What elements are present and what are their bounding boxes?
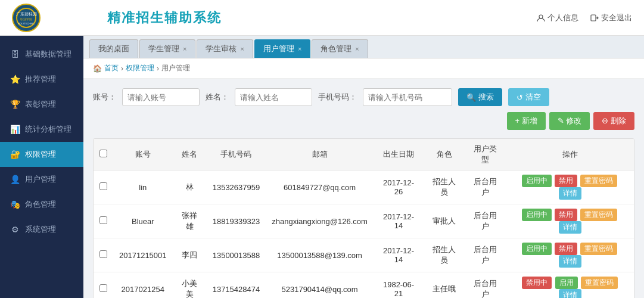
- main: 我的桌面 学生管理 × 学生审核 × 用户管理 × 角色管理 × 🏠 首页: [83, 36, 644, 298]
- tab-close-student[interactable]: ×: [183, 45, 186, 52]
- data-table: 账号 姓名 手机号码 邮箱 出生日期 角色 用户类型 操作 lin: [93, 138, 634, 298]
- enable-btn[interactable]: 启用: [555, 277, 578, 289]
- sidebar-item-commend[interactable]: 🏆 表彰管理: [0, 92, 83, 117]
- ban-btn[interactable]: 禁用: [555, 209, 577, 221]
- tab-student-manage[interactable]: 学生管理 ×: [139, 39, 195, 58]
- edit-button[interactable]: ✎ 修改: [549, 112, 590, 130]
- table-row: Bluear 张祥雄 18819339323 zhangxiangxiong@1…: [94, 204, 634, 238]
- cell-email: 13500013588@139.com: [266, 238, 374, 272]
- search-button[interactable]: 🔍 搜索: [458, 88, 502, 106]
- site-title: 精准招生辅助系统: [107, 9, 222, 27]
- sidebar-item-user[interactable]: 👤 用户管理: [0, 167, 83, 192]
- col-role: 角色: [424, 139, 465, 170]
- cell-birthday: 1982-06-21: [374, 272, 424, 299]
- gear-icon: ⚙: [10, 224, 20, 235]
- tab-close-user[interactable]: ×: [298, 45, 301, 52]
- detail-btn[interactable]: 详情: [559, 255, 581, 268]
- delete-button[interactable]: ⊖ 删除: [593, 112, 634, 130]
- header-right: 个人信息 安全退出: [537, 13, 632, 23]
- tab-dashboard[interactable]: 我的桌面: [89, 39, 138, 58]
- svg-text:职业学院: 职业学院: [20, 17, 32, 21]
- phone-label: 手机号码：: [318, 92, 357, 103]
- cell-account: lin: [113, 170, 173, 204]
- cell-birthday: 2017-12-26: [374, 170, 424, 204]
- svg-point-4: [539, 15, 543, 18]
- detail-btn[interactable]: 详情: [559, 187, 581, 200]
- tab-role-manage[interactable]: 角色管理 ×: [312, 39, 368, 58]
- reset-pwd-btn[interactable]: 重置密码: [580, 243, 617, 255]
- sidebar-item-system[interactable]: ⚙ 系统管理: [0, 217, 83, 242]
- name-input[interactable]: [235, 88, 312, 106]
- sidebar-item-role[interactable]: 🎭 角色管理: [0, 192, 83, 217]
- detail-btn[interactable]: 详情: [559, 289, 581, 298]
- cell-account: 20171215001: [113, 238, 173, 272]
- col-birthday: 出生日期: [374, 139, 424, 170]
- detail-btn[interactable]: 详情: [559, 221, 581, 234]
- clear-button[interactable]: ↺ 清空: [508, 88, 549, 106]
- sidebar-item-basic-data[interactable]: 🗄 基础数据管理: [0, 42, 83, 67]
- ban-btn[interactable]: 禁用: [555, 243, 577, 255]
- search-bar: 账号： 姓名： 手机号码： 🔍 搜索 ↺ 清空 + 新增 ✎ 修改 ⊖ 删除: [93, 88, 634, 130]
- select-all-checkbox[interactable]: [99, 150, 107, 157]
- col-email: 邮箱: [266, 139, 374, 170]
- clear-icon: ↺: [517, 93, 523, 102]
- cell-phone: 13500013588: [207, 238, 266, 272]
- cell-email: zhangxiangxiong@126.com: [266, 204, 374, 238]
- cell-role: 招生人员: [424, 238, 465, 272]
- sidebar-item-permission[interactable]: 🔐 权限管理: [0, 142, 83, 167]
- sidebar-item-recommend[interactable]: ⭐ 推荐管理: [0, 67, 83, 92]
- phone-input[interactable]: [363, 88, 452, 106]
- row-checkbox[interactable]: [99, 250, 107, 258]
- row-checkbox-cell: [94, 204, 113, 238]
- account-label: 账号：: [93, 92, 116, 103]
- cell-phone: 13532637959: [207, 170, 266, 204]
- sidebar-item-statistics[interactable]: 📊 统计分析管理: [0, 117, 83, 142]
- safe-exit-btn[interactable]: 安全退出: [590, 13, 632, 23]
- svg-text:广东碧桂园: 广东碧桂园: [16, 12, 37, 16]
- breadcrumb-current: 用户管理: [161, 63, 190, 73]
- cell-birthday: 2017-12-14: [374, 204, 424, 238]
- exit-icon: [590, 14, 599, 22]
- row-checkbox-cell: [94, 170, 113, 204]
- row-checkbox[interactable]: [99, 284, 107, 292]
- breadcrumb-sep1: ›: [121, 64, 123, 73]
- status-badge: 启用中: [522, 243, 552, 255]
- tab-user-manage[interactable]: 用户管理 ×: [254, 39, 310, 58]
- breadcrumb-permission-link[interactable]: 权限管理: [126, 63, 154, 73]
- ban-btn[interactable]: 禁用中: [522, 277, 552, 289]
- select-all-header: [94, 139, 113, 170]
- new-button[interactable]: + 新增: [507, 112, 546, 130]
- trophy-icon: 🏆: [10, 99, 20, 110]
- cell-email: 5231790414@qq.com: [266, 272, 374, 299]
- cell-role: 审批人: [424, 204, 465, 238]
- tab-close-audit[interactable]: ×: [240, 45, 244, 52]
- row-checkbox-cell: [94, 238, 113, 272]
- database-icon: 🗄: [10, 49, 20, 60]
- reset-pwd-btn[interactable]: 重置密码: [581, 277, 618, 289]
- status-badge: 启用中: [522, 209, 552, 221]
- account-input[interactable]: [122, 88, 200, 106]
- col-name: 姓名: [173, 139, 207, 170]
- personal-info-btn[interactable]: 个人信息: [537, 13, 578, 23]
- reset-pwd-btn[interactable]: 重置密码: [580, 175, 617, 187]
- cell-user-type: 后台用户: [465, 170, 506, 204]
- row-checkbox[interactable]: [99, 216, 107, 224]
- user-icon: [537, 14, 545, 22]
- name-label: 姓名：: [206, 92, 229, 103]
- col-phone: 手机号码: [207, 139, 266, 170]
- header: 广东碧桂园 职业学院 POLYTECHNIC 精准招生辅助系统 个人信息 安全退…: [0, 0, 644, 36]
- breadcrumb-home-icon: 🏠: [93, 64, 102, 73]
- chart-icon: 📊: [10, 124, 20, 135]
- row-checkbox[interactable]: [99, 182, 107, 190]
- cell-actions: 启用中 禁用 重置密码 详情: [506, 170, 634, 204]
- breadcrumb-home-link[interactable]: 首页: [104, 63, 119, 73]
- table-row: 2017021254 小美美 13715428474 5231790414@qq…: [94, 272, 634, 299]
- row-checkbox-cell: [94, 272, 113, 299]
- reset-pwd-btn[interactable]: 重置密码: [580, 209, 617, 221]
- tab-student-audit[interactable]: 学生审核 ×: [197, 39, 253, 58]
- tab-close-role[interactable]: ×: [355, 45, 359, 52]
- role-icon: 🎭: [10, 199, 20, 210]
- logo-area: 广东碧桂园 职业学院 POLYTECHNIC: [12, 4, 95, 32]
- ban-btn[interactable]: 禁用: [555, 175, 577, 187]
- toolbar-actions: + 新增 ✎ 修改 ⊖ 删除: [507, 112, 634, 130]
